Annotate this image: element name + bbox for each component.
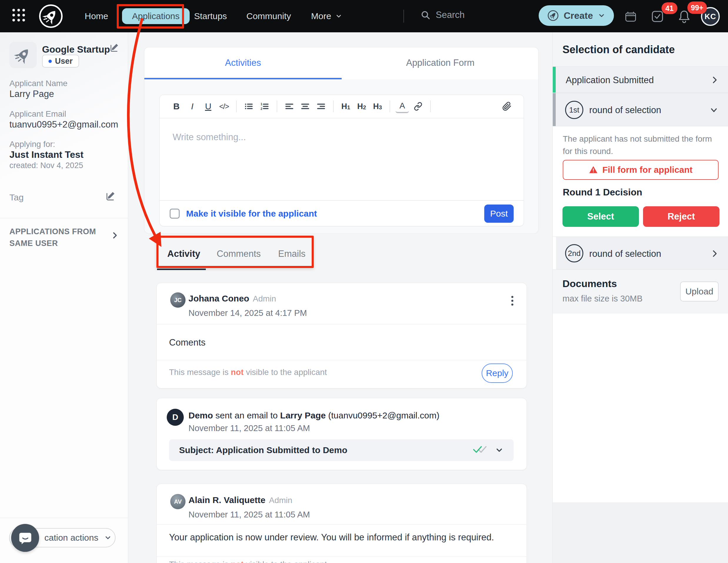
italic-button[interactable]: I bbox=[186, 100, 199, 113]
upload-button[interactable]: Upload bbox=[680, 282, 719, 301]
top-navbar: Home Applications Startups Community Mor… bbox=[0, 0, 728, 32]
nav-home[interactable]: Home bbox=[85, 11, 108, 21]
underline-button[interactable]: U bbox=[201, 100, 215, 113]
link-button[interactable] bbox=[411, 100, 425, 113]
align-left-button[interactable] bbox=[283, 100, 296, 113]
active-feed-tab-underline bbox=[157, 269, 206, 270]
bullet-list-button[interactable] bbox=[242, 100, 256, 113]
heading1-button[interactable]: H1 bbox=[339, 100, 353, 113]
round2-header[interactable]: 2nd round of selection bbox=[553, 237, 728, 270]
kebab-menu-icon[interactable] bbox=[511, 296, 514, 307]
comment-input[interactable]: Write something... bbox=[160, 119, 524, 200]
search-placeholder: Search bbox=[436, 10, 465, 20]
attach-file-button[interactable] bbox=[500, 100, 514, 113]
search-box[interactable]: Search bbox=[420, 10, 465, 20]
warning-icon bbox=[589, 166, 598, 174]
heading2-button[interactable]: H2 bbox=[355, 100, 368, 113]
svg-text:1: 1 bbox=[261, 102, 262, 106]
bell-icon[interactable] bbox=[678, 10, 690, 23]
align-center-button[interactable] bbox=[298, 100, 312, 113]
chevron-right-icon[interactable] bbox=[111, 231, 119, 240]
post-button[interactable]: Post bbox=[484, 205, 514, 223]
comment-card: JC Johana ConeoAdmin November 14, 2025 a… bbox=[156, 283, 527, 388]
comment-timestamp: November 14, 2025 at 4:17 PM bbox=[188, 308, 307, 318]
applicant-sidebar: Google Startup User Applicant Name Larry… bbox=[0, 32, 128, 563]
documents-note: max file size is 30MB bbox=[562, 294, 642, 303]
email-actor: Demo bbox=[188, 410, 213, 420]
applicant-name-label: Applicant Name bbox=[9, 79, 68, 88]
email-subject: Subject: Application Submitted to Demo bbox=[179, 445, 347, 455]
h2-glyph: H bbox=[357, 102, 363, 111]
selection-panel: Selection of candidate Application Submi… bbox=[552, 32, 728, 563]
round1-status-bar bbox=[553, 93, 556, 126]
calendar-icon[interactable] bbox=[625, 11, 636, 22]
tab-activity[interactable]: Activity bbox=[167, 249, 200, 259]
author-role: Admin bbox=[269, 496, 292, 505]
nav-more[interactable]: More bbox=[311, 11, 342, 21]
tab-activities[interactable]: Activities bbox=[144, 47, 342, 79]
select-button[interactable]: Select bbox=[562, 206, 639, 227]
round1-header[interactable]: 1st round of selection bbox=[553, 93, 728, 126]
align-right-button[interactable] bbox=[314, 100, 328, 113]
search-icon bbox=[420, 10, 430, 20]
create-button[interactable]: Create bbox=[539, 5, 614, 26]
author-name: Johana Coneo bbox=[188, 293, 249, 303]
reject-button[interactable]: Reject bbox=[643, 206, 719, 227]
toolbar-separator bbox=[236, 101, 237, 112]
round1-note: The applicant has not submitted the form… bbox=[563, 133, 716, 158]
comment-input-placeholder: Write something... bbox=[173, 132, 246, 143]
card-divider bbox=[157, 324, 527, 324]
apps-grid-icon[interactable] bbox=[12, 9, 27, 24]
round2-status-bar bbox=[553, 237, 556, 270]
tasks-count-badge: 41 bbox=[662, 2, 677, 14]
paperclip-icon bbox=[502, 102, 512, 111]
applicant-name-value: Larry Page bbox=[9, 89, 54, 99]
edit-tag-icon[interactable] bbox=[105, 191, 115, 201]
round1-label: round of selection bbox=[589, 105, 661, 116]
numbered-list-button[interactable]: 1 2 bbox=[258, 100, 271, 113]
nav-startups[interactable]: Startups bbox=[194, 11, 227, 21]
tab-emails[interactable]: Emails bbox=[278, 249, 305, 259]
code-button[interactable]: </> bbox=[217, 100, 231, 113]
same-user-section-label: APPLICATIONS FROM SAME USER bbox=[9, 226, 98, 249]
stage-label: Application Submitted bbox=[566, 75, 654, 86]
navbar-divider bbox=[403, 10, 404, 23]
avatar: D bbox=[167, 409, 184, 426]
tab-application-form[interactable]: Application Form bbox=[342, 47, 539, 79]
chevron-right-icon bbox=[711, 249, 719, 258]
application-actions-label: cation actions bbox=[44, 533, 98, 543]
email-subject-row[interactable]: Subject: Application Submitted to Demo bbox=[169, 439, 514, 461]
fill-form-button[interactable]: Fill form for applicant bbox=[563, 160, 719, 180]
tab-comments[interactable]: Comments bbox=[217, 249, 261, 259]
align-left-icon bbox=[285, 102, 294, 111]
visible-to-applicant-checkbox[interactable] bbox=[170, 209, 180, 219]
visibility-prefix: This message is bbox=[169, 367, 231, 377]
tasks-icon[interactable] bbox=[652, 11, 663, 22]
nav-community[interactable]: Community bbox=[246, 11, 291, 21]
startup-name: Google Startup bbox=[42, 44, 110, 55]
comment-body: Your application is now under review. Yo… bbox=[169, 532, 494, 543]
chevron-down-icon[interactable] bbox=[495, 446, 504, 455]
rocket-logo[interactable] bbox=[39, 4, 63, 28]
comment-author-row: Alain R. ValiquetteAdmin bbox=[188, 495, 292, 505]
h3-glyph: H bbox=[373, 102, 379, 111]
selection-panel-title: Selection of candidate bbox=[562, 44, 675, 56]
text-color-button[interactable]: A bbox=[395, 100, 409, 113]
user-badge-dot bbox=[49, 60, 52, 63]
chevron-down-icon bbox=[104, 534, 112, 542]
avatar: JC bbox=[170, 292, 186, 308]
chat-widget-button[interactable] bbox=[11, 524, 39, 552]
bold-button[interactable]: B bbox=[170, 100, 183, 113]
email-recipient-address: (tuanvu0995+2@gmail.com) bbox=[326, 410, 439, 420]
heading3-button[interactable]: H3 bbox=[371, 100, 384, 113]
edit-startup-icon[interactable] bbox=[109, 43, 119, 52]
created-date: created: Nov 4, 2025 bbox=[9, 161, 83, 170]
stage-application-submitted[interactable]: Application Submitted bbox=[553, 66, 728, 93]
email-timestamp: November 11, 2025 at 11:05 AM bbox=[188, 423, 310, 433]
documents-list-area bbox=[553, 313, 728, 502]
stage-status-bar bbox=[553, 67, 556, 93]
reply-button[interactable]: Reply bbox=[482, 363, 513, 383]
visible-to-applicant-label[interactable]: Make it visible for the applicant bbox=[186, 209, 317, 219]
nav-applications[interactable]: Applications bbox=[122, 8, 190, 24]
user-badge-label: User bbox=[55, 57, 73, 66]
